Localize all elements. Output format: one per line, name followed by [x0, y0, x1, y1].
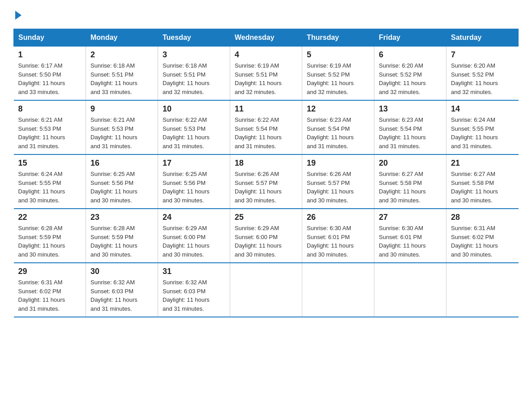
day-number: 18 [235, 158, 297, 168]
day-info: Sunrise: 6:26 AMSunset: 5:57 PMDaylight:… [235, 170, 297, 205]
day-number: 19 [307, 158, 369, 168]
day-cell: 11Sunrise: 6:22 AMSunset: 5:54 PMDayligh… [230, 100, 302, 154]
week-row-2: 8Sunrise: 6:21 AMSunset: 5:53 PMDaylight… [14, 100, 519, 154]
day-number: 15 [18, 158, 82, 168]
day-cell: 13Sunrise: 6:23 AMSunset: 5:54 PMDayligh… [374, 100, 446, 154]
week-row-1: 1Sunrise: 6:17 AMSunset: 5:50 PMDaylight… [14, 47, 519, 101]
day-info: Sunrise: 6:25 AMSunset: 5:56 PMDaylight:… [163, 170, 225, 205]
day-number: 12 [307, 104, 369, 114]
day-cell: 10Sunrise: 6:22 AMSunset: 5:53 PMDayligh… [158, 100, 230, 154]
day-number: 4 [235, 50, 297, 60]
header-cell-friday: Friday [374, 29, 446, 47]
day-info: Sunrise: 6:23 AMSunset: 5:54 PMDaylight:… [307, 116, 369, 150]
day-cell: 3Sunrise: 6:18 AMSunset: 5:51 PMDaylight… [158, 47, 230, 101]
day-number: 2 [90, 50, 153, 60]
day-number: 28 [451, 213, 514, 222]
day-number: 25 [235, 213, 297, 222]
day-number: 3 [163, 50, 225, 60]
day-info: Sunrise: 6:20 AMSunset: 5:52 PMDaylight:… [379, 61, 442, 96]
day-cell: 7Sunrise: 6:20 AMSunset: 5:52 PMDaylight… [446, 47, 519, 101]
day-info: Sunrise: 6:22 AMSunset: 5:54 PMDaylight:… [235, 116, 297, 150]
header-cell-wednesday: Wednesday [230, 29, 302, 47]
calendar-table: SundayMondayTuesdayWednesdayThursdayFrid… [13, 29, 519, 317]
logo [13, 9, 23, 20]
day-number: 21 [451, 158, 514, 168]
day-info: Sunrise: 6:32 AMSunset: 6:03 PMDaylight:… [163, 278, 225, 313]
day-number: 10 [163, 104, 225, 114]
header-cell-tuesday: Tuesday [158, 29, 230, 47]
day-info: Sunrise: 6:18 AMSunset: 5:51 PMDaylight:… [90, 61, 153, 96]
day-cell: 31Sunrise: 6:32 AMSunset: 6:03 PMDayligh… [158, 263, 230, 317]
week-row-3: 15Sunrise: 6:24 AMSunset: 5:55 PMDayligh… [14, 154, 519, 209]
day-cell: 16Sunrise: 6:25 AMSunset: 5:56 PMDayligh… [86, 154, 158, 209]
day-info: Sunrise: 6:18 AMSunset: 5:51 PMDaylight:… [163, 61, 225, 96]
day-cell: 27Sunrise: 6:30 AMSunset: 6:01 PMDayligh… [374, 209, 446, 263]
header-cell-monday: Monday [86, 29, 158, 47]
header-cell-sunday: Sunday [14, 29, 86, 47]
day-cell: 24Sunrise: 6:29 AMSunset: 6:00 PMDayligh… [158, 209, 230, 263]
day-info: Sunrise: 6:23 AMSunset: 5:54 PMDaylight:… [379, 116, 442, 150]
day-cell: 12Sunrise: 6:23 AMSunset: 5:54 PMDayligh… [302, 100, 374, 154]
day-cell: 19Sunrise: 6:26 AMSunset: 5:57 PMDayligh… [302, 154, 374, 209]
day-number: 17 [163, 158, 225, 168]
day-cell: 9Sunrise: 6:21 AMSunset: 5:53 PMDaylight… [86, 100, 158, 154]
day-info: Sunrise: 6:24 AMSunset: 5:55 PMDaylight:… [18, 170, 82, 205]
day-cell: 4Sunrise: 6:19 AMSunset: 5:51 PMDaylight… [230, 47, 302, 101]
day-cell: 22Sunrise: 6:28 AMSunset: 5:59 PMDayligh… [14, 209, 86, 263]
day-info: Sunrise: 6:30 AMSunset: 6:01 PMDaylight:… [379, 224, 442, 259]
day-info: Sunrise: 6:19 AMSunset: 5:52 PMDaylight:… [307, 61, 369, 96]
day-info: Sunrise: 6:25 AMSunset: 5:56 PMDaylight:… [90, 170, 153, 205]
day-info: Sunrise: 6:29 AMSunset: 6:00 PMDaylight:… [163, 224, 225, 259]
day-cell [230, 263, 302, 317]
day-cell: 29Sunrise: 6:31 AMSunset: 6:02 PMDayligh… [14, 263, 86, 317]
calendar-header: SundayMondayTuesdayWednesdayThursdayFrid… [14, 29, 519, 47]
day-number: 1 [18, 50, 82, 60]
header-row: SundayMondayTuesdayWednesdayThursdayFrid… [14, 29, 519, 47]
day-cell: 20Sunrise: 6:27 AMSunset: 5:58 PMDayligh… [374, 154, 446, 209]
day-cell: 14Sunrise: 6:24 AMSunset: 5:55 PMDayligh… [446, 100, 519, 154]
day-cell: 17Sunrise: 6:25 AMSunset: 5:56 PMDayligh… [158, 154, 230, 209]
day-number: 16 [90, 158, 153, 168]
day-number: 13 [379, 104, 442, 114]
day-cell: 26Sunrise: 6:30 AMSunset: 6:01 PMDayligh… [302, 209, 374, 263]
day-cell: 15Sunrise: 6:24 AMSunset: 5:55 PMDayligh… [14, 154, 86, 209]
page-header [13, 9, 519, 20]
day-cell [302, 263, 374, 317]
day-info: Sunrise: 6:32 AMSunset: 6:03 PMDaylight:… [90, 278, 153, 313]
day-info: Sunrise: 6:30 AMSunset: 6:01 PMDaylight:… [307, 224, 369, 259]
header-cell-thursday: Thursday [302, 29, 374, 47]
day-info: Sunrise: 6:27 AMSunset: 5:58 PMDaylight:… [451, 170, 514, 205]
day-info: Sunrise: 6:21 AMSunset: 5:53 PMDaylight:… [18, 116, 82, 150]
day-number: 8 [18, 104, 82, 114]
day-info: Sunrise: 6:27 AMSunset: 5:58 PMDaylight:… [379, 170, 442, 205]
day-number: 30 [90, 267, 153, 276]
day-cell [446, 263, 519, 317]
day-cell: 2Sunrise: 6:18 AMSunset: 5:51 PMDaylight… [86, 47, 158, 101]
day-cell: 18Sunrise: 6:26 AMSunset: 5:57 PMDayligh… [230, 154, 302, 209]
day-number: 27 [379, 213, 442, 222]
week-row-5: 29Sunrise: 6:31 AMSunset: 6:02 PMDayligh… [14, 263, 519, 317]
day-info: Sunrise: 6:28 AMSunset: 5:59 PMDaylight:… [90, 224, 153, 259]
day-info: Sunrise: 6:21 AMSunset: 5:53 PMDaylight:… [90, 116, 153, 150]
day-number: 24 [163, 213, 225, 222]
day-info: Sunrise: 6:17 AMSunset: 5:50 PMDaylight:… [18, 61, 82, 96]
day-info: Sunrise: 6:29 AMSunset: 6:00 PMDaylight:… [235, 224, 297, 259]
day-number: 9 [90, 104, 153, 114]
day-cell: 30Sunrise: 6:32 AMSunset: 6:03 PMDayligh… [86, 263, 158, 317]
day-number: 6 [379, 50, 442, 60]
day-cell: 5Sunrise: 6:19 AMSunset: 5:52 PMDaylight… [302, 47, 374, 101]
day-number: 31 [163, 267, 225, 276]
day-number: 5 [307, 50, 369, 60]
day-number: 22 [18, 213, 82, 222]
day-number: 20 [379, 158, 442, 168]
day-info: Sunrise: 6:31 AMSunset: 6:02 PMDaylight:… [18, 278, 82, 313]
day-cell: 23Sunrise: 6:28 AMSunset: 5:59 PMDayligh… [86, 209, 158, 263]
day-cell [374, 263, 446, 317]
day-info: Sunrise: 6:22 AMSunset: 5:53 PMDaylight:… [163, 116, 225, 150]
day-cell: 1Sunrise: 6:17 AMSunset: 5:50 PMDaylight… [14, 47, 86, 101]
day-info: Sunrise: 6:26 AMSunset: 5:57 PMDaylight:… [307, 170, 369, 205]
day-info: Sunrise: 6:31 AMSunset: 6:02 PMDaylight:… [451, 224, 514, 259]
day-number: 7 [451, 50, 514, 60]
day-info: Sunrise: 6:28 AMSunset: 5:59 PMDaylight:… [18, 224, 82, 259]
logo-arrow-icon [15, 11, 21, 20]
